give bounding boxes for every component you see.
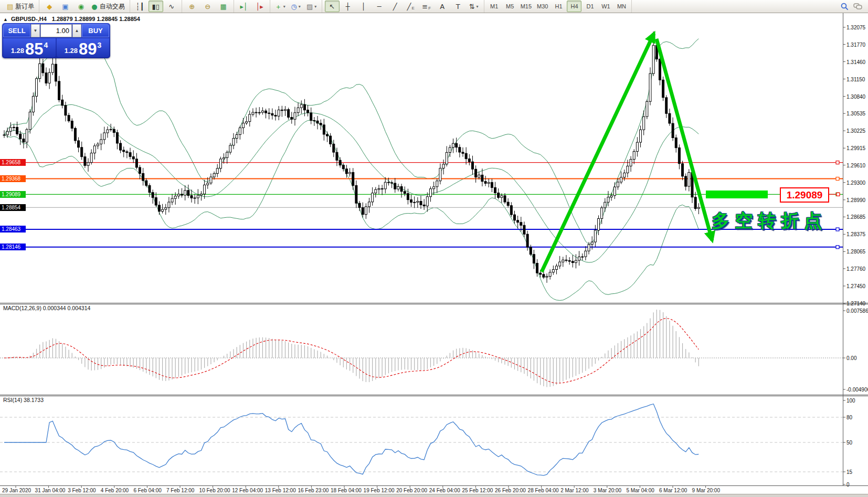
chart-shift-button[interactable]: │▸: [252, 1, 267, 12]
crosshair-button[interactable]: ┼: [341, 1, 355, 12]
zoom-out-button[interactable]: ⊖: [200, 1, 215, 12]
periods-button[interactable]: ◷▾: [289, 1, 303, 12]
timeframe-m30[interactable]: M30: [535, 1, 550, 12]
time-label: 28 Feb 04:00: [528, 488, 559, 493]
price-tick-label: 1.30840: [846, 93, 865, 99]
chart-header: ▲GBPUSD-,H41.28879 1.28899 1.28845 1.288…: [3, 16, 140, 22]
timeframe-h1[interactable]: H1: [551, 1, 566, 12]
time-label: 12 Feb 04:00: [232, 488, 263, 493]
sell-price[interactable]: 1.28 85 4: [3, 38, 56, 57]
terminal-button[interactable]: ▣: [58, 1, 72, 12]
sell-price-pipette: 4: [44, 41, 48, 49]
time-label: 2 Mar 12:00: [560, 488, 588, 493]
price-tick-label: 1.31770: [846, 41, 865, 47]
buy-price[interactable]: 1.28 89 3: [57, 38, 109, 57]
toolbar-group-timeframes: M1M5M15M30H1H4D1W1MN: [484, 0, 632, 13]
bollinger-bands: [4, 39, 698, 301]
price-marker: 1.29368: [0, 175, 26, 182]
timeframe-w1[interactable]: W1: [598, 1, 613, 12]
chat-button[interactable]: [852, 1, 864, 12]
toolbar-group-chart-types: ┆┃▮▯∿: [130, 0, 182, 13]
indicators-button[interactable]: ＋▾: [273, 1, 288, 12]
price-tick-label: 1.27450: [846, 283, 865, 289]
toolbar-group-apps: ◆▣◉●自动交易: [39, 0, 130, 13]
toolbar-group-scroll: ▸││▸: [234, 0, 270, 13]
chart-canvas: [0, 0, 868, 497]
turning-point-annotation[interactable]: 多空转折点: [712, 209, 827, 233]
rsi-axis-label: 0: [846, 482, 850, 488]
time-label: 7 Feb 12:00: [166, 488, 194, 493]
price-marker: 1.29658: [0, 159, 26, 166]
macd-axis-label: 0.00: [846, 355, 856, 361]
auto-scroll-button[interactable]: ▸│: [237, 1, 251, 12]
time-label: 13 Feb 12:00: [265, 488, 296, 493]
cursor-button[interactable]: ↖: [325, 1, 340, 12]
symbol-period-label: GBPUSD-,H4: [11, 16, 47, 22]
macd-axis-label: 0.007586: [846, 308, 868, 314]
time-label: 9 Mar 20:00: [692, 488, 720, 493]
time-label: 16 Feb 23:00: [298, 488, 329, 493]
timeframe-m5[interactable]: M5: [503, 1, 517, 12]
trend-annotations[interactable]: [542, 34, 840, 272]
price-tick-label: 1.32075: [846, 25, 865, 30]
macd-label: MACD(12,26,9) 0.000344 0.004314: [3, 305, 90, 311]
time-label: 10 Feb 20:00: [199, 488, 230, 493]
collapse-panel-toggle[interactable]: ▲: [3, 17, 8, 22]
chat-icon: [853, 3, 863, 10]
sell-price-base: 1.28: [11, 47, 24, 55]
price-tick-label: 1.30535: [846, 111, 865, 117]
price-marker: 1.29089: [0, 191, 26, 198]
signals-button[interactable]: ◉: [73, 1, 88, 12]
macd-pane: [0, 310, 843, 387]
price-marker: 1.28146: [0, 244, 26, 250]
volume-down-button[interactable]: ▼: [31, 24, 40, 37]
timeframe-h4[interactable]: H4: [567, 1, 581, 12]
zoom-in-button[interactable]: ⊕: [185, 1, 199, 12]
candlestick-chart-button[interactable]: ▮▯: [149, 1, 163, 12]
price-tick-label: 1.28375: [846, 231, 865, 237]
trade-panel-prices: 1.28 85 4 1.28 89 3: [3, 38, 109, 57]
time-label: 29 Jan 2020: [2, 488, 31, 493]
price-callout[interactable]: 1.29089: [780, 187, 829, 203]
fibonacci-button[interactable]: ≡F: [419, 1, 434, 12]
timeframe-d1[interactable]: D1: [583, 1, 597, 12]
price-tick-label: 1.27140: [846, 301, 865, 306]
volume-up-button[interactable]: ▲: [72, 24, 81, 37]
time-label: 19 Feb 12:00: [364, 488, 395, 493]
trendline-button[interactable]: ╱: [388, 1, 403, 12]
timeframe-m1[interactable]: M1: [487, 1, 502, 12]
buy-price-pipette: 3: [98, 41, 102, 49]
sell-button[interactable]: SELL: [3, 24, 30, 37]
text-button[interactable]: A: [435, 1, 450, 12]
window-bottom-border: [0, 494, 868, 497]
channel-button[interactable]: ╱E: [404, 1, 418, 12]
price-marker: 1.28463: [0, 226, 26, 232]
time-label: 4 Feb 20:00: [101, 488, 129, 493]
bar-chart-button[interactable]: ┆┃: [133, 1, 147, 12]
horizontal-line-button[interactable]: ─: [372, 1, 387, 12]
rsi-axis-label: 100: [846, 398, 855, 404]
buy-price-pips: 89: [79, 41, 97, 57]
mt4-window: ▤新订单◆▣◉●自动交易┆┃▮▯∿⊕⊖▦▸││▸＋▾◷▾▨▾↖┼│─╱╱E≡FA…: [0, 0, 868, 497]
tile-windows-button[interactable]: ▦: [216, 1, 231, 12]
vertical-line-button[interactable]: │: [356, 1, 371, 12]
templates-button[interactable]: ▨▾: [304, 1, 319, 12]
toolbar-group-insert: ＋▾◷▾▨▾: [270, 0, 322, 13]
rsi-axis-label: 80: [846, 415, 852, 420]
metaeditor-button[interactable]: ◆: [42, 1, 57, 12]
new-order-button[interactable]: ▤新订单: [5, 1, 36, 12]
time-label: 3 Mar 20:00: [594, 488, 621, 493]
one-click-trading-panel: SELL ▼ ▲ BUY 1.28 85 4 1.28 89 3: [2, 23, 110, 58]
volume-input[interactable]: [40, 24, 72, 37]
line-chart-button[interactable]: ∿: [164, 1, 179, 12]
timeframe-mn[interactable]: MN: [614, 1, 629, 12]
rsi-pane: [0, 404, 843, 475]
text-label-button[interactable]: T: [451, 1, 465, 12]
search-button[interactable]: [839, 1, 850, 12]
price-tick-label: 1.31460: [846, 59, 865, 65]
autotrading-button[interactable]: ●自动交易: [89, 1, 126, 12]
arrows-button[interactable]: ⇅▾: [467, 1, 481, 12]
price-tick-label: 1.28685: [846, 214, 865, 220]
timeframe-m15[interactable]: M15: [518, 1, 534, 12]
buy-button[interactable]: BUY: [82, 24, 109, 37]
